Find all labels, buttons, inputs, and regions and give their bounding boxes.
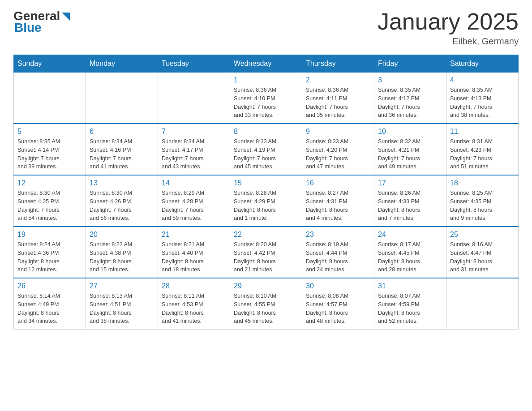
calendar-cell: 26Sunrise: 8:14 AM Sunset: 4:49 PM Dayli… [14, 278, 86, 330]
logo: General Blue [13, 9, 71, 35]
day-number: 11 [450, 128, 515, 136]
calendar-cell: 31Sunrise: 8:07 AM Sunset: 4:59 PM Dayli… [374, 278, 446, 330]
day-info: Sunrise: 8:35 AM Sunset: 4:14 PM Dayligh… [17, 137, 82, 171]
day-number: 31 [378, 282, 442, 290]
day-info: Sunrise: 8:34 AM Sunset: 4:16 PM Dayligh… [90, 137, 154, 171]
day-info: Sunrise: 8:32 AM Sunset: 4:21 PM Dayligh… [378, 137, 442, 171]
month-year-title: January 2025 [378, 9, 519, 34]
day-number: 16 [306, 179, 370, 187]
day-info: Sunrise: 8:30 AM Sunset: 4:26 PM Dayligh… [90, 189, 154, 223]
calendar-cell: 4Sunrise: 8:35 AM Sunset: 4:13 PM Daylig… [446, 73, 519, 124]
day-info: Sunrise: 8:14 AM Sunset: 4:49 PM Dayligh… [17, 292, 82, 325]
day-info: Sunrise: 8:07 AM Sunset: 4:59 PM Dayligh… [378, 292, 442, 325]
calendar-cell: 28Sunrise: 8:11 AM Sunset: 4:53 PM Dayli… [158, 278, 230, 330]
calendar-cell: 14Sunrise: 8:29 AM Sunset: 4:28 PM Dayli… [158, 175, 230, 227]
day-info: Sunrise: 8:17 AM Sunset: 4:45 PM Dayligh… [378, 240, 442, 274]
day-number: 10 [378, 128, 442, 136]
day-number: 14 [162, 179, 226, 187]
calendar-cell: 6Sunrise: 8:34 AM Sunset: 4:16 PM Daylig… [86, 124, 158, 175]
day-number: 9 [306, 128, 370, 136]
day-number: 28 [162, 282, 226, 290]
day-info: Sunrise: 8:34 AM Sunset: 4:17 PM Dayligh… [162, 137, 226, 171]
day-info: Sunrise: 8:29 AM Sunset: 4:28 PM Dayligh… [162, 189, 226, 223]
day-number: 3 [378, 76, 442, 84]
calendar-week-row: 12Sunrise: 8:30 AM Sunset: 4:25 PM Dayli… [14, 175, 519, 227]
day-info: Sunrise: 8:19 AM Sunset: 4:44 PM Dayligh… [306, 240, 370, 274]
day-info: Sunrise: 8:11 AM Sunset: 4:53 PM Dayligh… [162, 292, 226, 325]
day-number: 19 [17, 231, 82, 239]
day-number: 6 [90, 128, 154, 136]
calendar-cell: 20Sunrise: 8:22 AM Sunset: 4:38 PM Dayli… [86, 227, 158, 278]
day-number: 7 [162, 128, 226, 136]
calendar-cell: 7Sunrise: 8:34 AM Sunset: 4:17 PM Daylig… [158, 124, 230, 175]
calendar-cell: 1Sunrise: 8:36 AM Sunset: 4:10 PM Daylig… [230, 73, 302, 124]
calendar-cell: 12Sunrise: 8:30 AM Sunset: 4:25 PM Dayli… [14, 175, 86, 227]
calendar-cell [14, 73, 86, 124]
calendar-week-row: 1Sunrise: 8:36 AM Sunset: 4:10 PM Daylig… [14, 73, 519, 124]
calendar-cell: 11Sunrise: 8:31 AM Sunset: 4:23 PM Dayli… [446, 124, 519, 175]
day-info: Sunrise: 8:33 AM Sunset: 4:19 PM Dayligh… [234, 137, 298, 171]
day-number: 24 [378, 231, 442, 239]
day-info: Sunrise: 8:35 AM Sunset: 4:12 PM Dayligh… [378, 86, 442, 120]
day-number: 27 [90, 282, 154, 290]
day-info: Sunrise: 8:21 AM Sunset: 4:40 PM Dayligh… [162, 240, 226, 274]
day-info: Sunrise: 8:28 AM Sunset: 4:29 PM Dayligh… [234, 189, 298, 223]
day-info: Sunrise: 8:22 AM Sunset: 4:38 PM Dayligh… [90, 240, 154, 274]
day-info: Sunrise: 8:31 AM Sunset: 4:23 PM Dayligh… [450, 137, 515, 171]
day-info: Sunrise: 8:08 AM Sunset: 4:57 PM Dayligh… [306, 292, 370, 325]
day-number: 15 [234, 179, 298, 187]
calendar-cell: 5Sunrise: 8:35 AM Sunset: 4:14 PM Daylig… [14, 124, 86, 175]
weekday-header-monday: Monday [86, 55, 158, 73]
calendar-cell: 10Sunrise: 8:32 AM Sunset: 4:21 PM Dayli… [374, 124, 446, 175]
weekday-header-thursday: Thursday [302, 55, 374, 73]
day-number: 20 [90, 231, 154, 239]
calendar-cell: 22Sunrise: 8:20 AM Sunset: 4:42 PM Dayli… [230, 227, 302, 278]
day-info: Sunrise: 8:33 AM Sunset: 4:20 PM Dayligh… [306, 137, 370, 171]
day-number: 18 [450, 179, 515, 187]
day-number: 17 [378, 179, 442, 187]
weekday-header-friday: Friday [374, 55, 446, 73]
logo-blue-text: Blue [14, 21, 71, 35]
calendar-cell [158, 73, 230, 124]
day-number: 4 [450, 76, 515, 84]
calendar-cell: 25Sunrise: 8:16 AM Sunset: 4:47 PM Dayli… [446, 227, 519, 278]
calendar-cell: 17Sunrise: 8:26 AM Sunset: 4:33 PM Dayli… [374, 175, 446, 227]
day-info: Sunrise: 8:25 AM Sunset: 4:35 PM Dayligh… [450, 189, 515, 223]
calendar-cell: 24Sunrise: 8:17 AM Sunset: 4:45 PM Dayli… [374, 227, 446, 278]
day-number: 30 [306, 282, 370, 290]
calendar-cell: 23Sunrise: 8:19 AM Sunset: 4:44 PM Dayli… [302, 227, 374, 278]
day-number: 5 [17, 128, 82, 136]
calendar-cell: 29Sunrise: 8:10 AM Sunset: 4:55 PM Dayli… [230, 278, 302, 330]
day-info: Sunrise: 8:26 AM Sunset: 4:33 PM Dayligh… [378, 189, 442, 223]
day-info: Sunrise: 8:35 AM Sunset: 4:13 PM Dayligh… [450, 86, 515, 120]
day-info: Sunrise: 8:36 AM Sunset: 4:11 PM Dayligh… [306, 86, 370, 120]
page-header: General Blue January 2025 Eilbek, German… [13, 9, 519, 47]
day-info: Sunrise: 8:27 AM Sunset: 4:31 PM Dayligh… [306, 189, 370, 223]
day-info: Sunrise: 8:10 AM Sunset: 4:55 PM Dayligh… [234, 292, 298, 325]
calendar-cell: 21Sunrise: 8:21 AM Sunset: 4:40 PM Dayli… [158, 227, 230, 278]
calendar-cell: 19Sunrise: 8:24 AM Sunset: 4:36 PM Dayli… [14, 227, 86, 278]
calendar-week-row: 26Sunrise: 8:14 AM Sunset: 4:49 PM Dayli… [14, 278, 519, 330]
day-number: 13 [90, 179, 154, 187]
weekday-header-sunday: Sunday [14, 55, 86, 73]
calendar-cell: 18Sunrise: 8:25 AM Sunset: 4:35 PM Dayli… [446, 175, 519, 227]
calendar-cell: 3Sunrise: 8:35 AM Sunset: 4:12 PM Daylig… [374, 73, 446, 124]
calendar-week-row: 5Sunrise: 8:35 AM Sunset: 4:14 PM Daylig… [14, 124, 519, 175]
day-number: 12 [17, 179, 82, 187]
day-number: 23 [306, 231, 370, 239]
calendar-cell: 15Sunrise: 8:28 AM Sunset: 4:29 PM Dayli… [230, 175, 302, 227]
calendar-cell: 27Sunrise: 8:13 AM Sunset: 4:51 PM Dayli… [86, 278, 158, 330]
day-number: 26 [17, 282, 82, 290]
calendar-cell: 16Sunrise: 8:27 AM Sunset: 4:31 PM Dayli… [302, 175, 374, 227]
day-info: Sunrise: 8:36 AM Sunset: 4:10 PM Dayligh… [234, 86, 298, 120]
calendar-cell [86, 73, 158, 124]
weekday-header-row: SundayMondayTuesdayWednesdayThursdayFrid… [14, 55, 519, 73]
svg-marker-0 [62, 13, 70, 21]
day-number: 1 [234, 76, 298, 84]
day-number: 2 [306, 76, 370, 84]
logo-triangle-icon [61, 12, 71, 21]
calendar-cell [446, 278, 519, 330]
calendar-cell: 9Sunrise: 8:33 AM Sunset: 4:20 PM Daylig… [302, 124, 374, 175]
calendar-title-area: January 2025 Eilbek, Germany [378, 9, 519, 47]
weekday-header-tuesday: Tuesday [158, 55, 230, 73]
